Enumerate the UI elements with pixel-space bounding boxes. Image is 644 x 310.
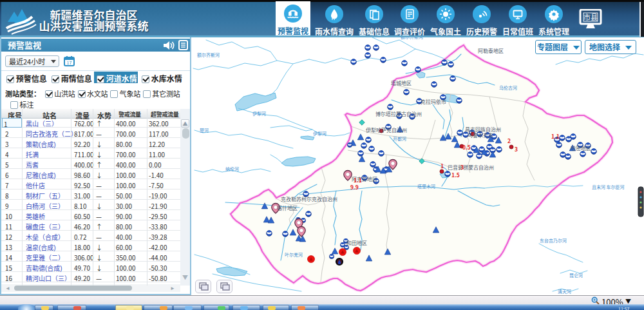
svg-text:且末河 车尔臣河: 且末河 车尔臣河 bbox=[592, 184, 625, 190]
svg-text:哈密地区: 哈密地区 bbox=[571, 144, 591, 151]
svg-text:额尔齐斯河: 额尔齐斯河 bbox=[197, 52, 220, 58]
svg-text:伊犁河: 伊犁河 bbox=[252, 110, 266, 117]
svg-text:17: 17 bbox=[67, 59, 72, 66]
svg-text:塔城地区: 塔城地区 bbox=[391, 79, 412, 86]
svg-text:1.5: 1.5 bbox=[451, 171, 460, 179]
svg-text:喀什地区: 喀什地区 bbox=[277, 204, 298, 211]
svg-text:博尔塔拉蒙古自治州: 博尔塔拉蒙古自治州 bbox=[375, 110, 422, 117]
svg-text:1: 1 bbox=[440, 162, 444, 170]
svg-text:乌鲁木齐市: 乌鲁木齐市 bbox=[468, 131, 493, 139]
svg-text:市县: 市县 bbox=[583, 12, 598, 22]
svg-text:楚河: 楚河 bbox=[200, 127, 209, 133]
svg-text:克孜勒苏柯尔克孜自治州: 克孜勒苏柯尔克孜自治州 bbox=[281, 195, 337, 202]
svg-text:和田地区: 和田地区 bbox=[346, 239, 367, 246]
svg-text:昆仑河: 昆仑河 bbox=[569, 272, 583, 278]
svg-text:伊犁哈萨克自治州: 伊犁哈萨克自治州 bbox=[366, 126, 407, 133]
svg-text:9.9: 9.9 bbox=[350, 183, 359, 191]
svg-text:0.5: 0.5 bbox=[462, 143, 471, 151]
svg-text:开都河: 开都河 bbox=[393, 135, 406, 142]
svg-text:伊犁河: 伊犁河 bbox=[313, 130, 327, 137]
svg-text:清天河: 清天河 bbox=[558, 288, 571, 295]
svg-text:乌伦古河: 乌伦古河 bbox=[499, 84, 517, 91]
svg-text:额尔齐斯河: 额尔齐斯河 bbox=[401, 37, 423, 40]
svg-text:阿勒泰地区: 阿勒泰地区 bbox=[478, 47, 504, 54]
svg-text:叶尔羌河: 叶尔羌河 bbox=[285, 251, 303, 258]
svg-text:克拉玛依市: 克拉玛依市 bbox=[421, 98, 446, 105]
svg-text:1.1: 1.1 bbox=[551, 132, 560, 140]
svg-text:3: 3 bbox=[460, 163, 464, 171]
svg-text:东台吉乃尔河: 东台吉乃尔河 bbox=[540, 237, 567, 244]
svg-text:2: 2 bbox=[507, 137, 511, 144]
svg-text:塔里木河: 塔里木河 bbox=[417, 183, 435, 189]
svg-text:3: 3 bbox=[515, 145, 518, 153]
svg-text:纳伦河: 纳伦河 bbox=[225, 166, 239, 172]
svg-text:巴音郭楞蒙古自治州: 巴音郭楞蒙古自治州 bbox=[448, 164, 494, 171]
